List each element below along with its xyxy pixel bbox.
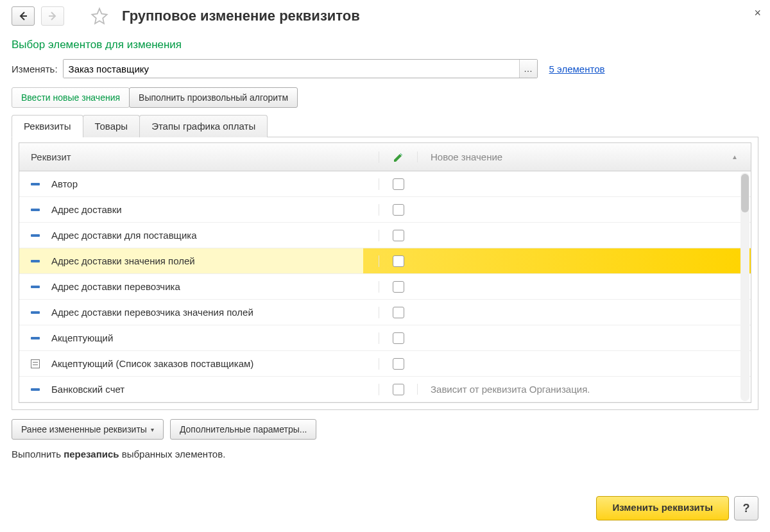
- footer-suffix: выбранных элементов.: [119, 449, 226, 459]
- table-row[interactable]: Адрес доставки: [19, 197, 751, 223]
- table-row[interactable]: Акцептующий: [19, 325, 751, 351]
- apply-button[interactable]: Изменить реквизиты: [596, 496, 729, 520]
- table-row[interactable]: Адрес доставки перевозчика: [19, 274, 751, 300]
- list-icon: [31, 359, 40, 368]
- row-checkbox[interactable]: [393, 281, 404, 293]
- elements-count-link[interactable]: 5 элементов: [549, 64, 605, 74]
- tab-requisites[interactable]: Реквизиты: [12, 115, 83, 137]
- row-label: Адрес доставки перевозчика: [51, 281, 180, 292]
- extra-params-button[interactable]: Дополнительные параметры...: [170, 419, 317, 440]
- footer-text: Выполнить перезапись выбранных элементов…: [12, 449, 758, 459]
- row-checkbox[interactable]: [393, 204, 404, 216]
- row-checkbox[interactable]: [393, 307, 404, 318]
- mode-run-algorithm-button[interactable]: Выполнить произвольный алгоритм: [129, 87, 298, 108]
- col-header-edit-icon[interactable]: [379, 151, 417, 163]
- attribute-icon: [31, 337, 40, 339]
- nav-back-button[interactable]: [12, 6, 35, 26]
- col-header-requisite-label: Реквизит: [31, 151, 71, 162]
- row-checkbox[interactable]: [393, 255, 404, 267]
- change-type-input[interactable]: [64, 60, 519, 78]
- row-label: Автор: [51, 178, 78, 189]
- change-label: Изменять:: [12, 64, 58, 74]
- row-checkbox[interactable]: [393, 332, 404, 344]
- requisites-grid: Реквизит Новое значение ▲ АвторАдрес дос…: [19, 142, 751, 403]
- close-icon[interactable]: ×: [754, 6, 761, 20]
- grid-scrollbar[interactable]: ▲: [740, 173, 749, 401]
- table-row[interactable]: Банковский счетЗависит от реквизита Орга…: [19, 377, 751, 402]
- row-checkbox[interactable]: [393, 384, 404, 395]
- footer-prefix: Выполнить: [12, 449, 64, 459]
- row-value[interactable]: Зависит от реквизита Организация.: [417, 384, 751, 395]
- attribute-icon: [31, 388, 40, 391]
- attribute-icon: [31, 183, 40, 185]
- table-row[interactable]: Адрес доставки для поставщика: [19, 223, 751, 248]
- row-label: Адрес доставки значения полей: [51, 255, 195, 266]
- col-header-requisite[interactable]: Реквизит: [19, 151, 379, 162]
- table-row[interactable]: Автор: [19, 171, 751, 197]
- sort-asc-icon: ▲: [732, 153, 738, 160]
- section-heading: Выбор элементов для изменения: [12, 39, 758, 51]
- page-title: Групповое изменение реквизитов: [122, 8, 360, 24]
- table-row[interactable]: Акцептующий (Список заказов поставщикам): [19, 351, 751, 377]
- row-label: Адрес доставки перевозчика значения поле…: [51, 307, 253, 318]
- previously-changed-button[interactable]: Ранее измененные реквизиты ▾: [12, 419, 164, 440]
- row-label: Адрес доставки: [51, 204, 122, 215]
- row-checkbox[interactable]: [393, 178, 404, 190]
- attribute-icon: [31, 260, 40, 262]
- change-type-select-button[interactable]: …: [519, 60, 537, 78]
- row-label: Банковский счет: [51, 384, 124, 395]
- table-row[interactable]: Адрес доставки значения полей: [19, 248, 751, 274]
- attribute-icon: [31, 311, 40, 314]
- attribute-icon: [31, 209, 40, 211]
- attribute-icon: [31, 286, 40, 288]
- row-label: Акцептующий: [51, 332, 113, 343]
- nav-forward-button: [41, 6, 64, 26]
- help-button[interactable]: ?: [734, 496, 758, 520]
- row-checkbox[interactable]: [393, 230, 404, 241]
- row-label: Адрес доставки для поставщика: [51, 230, 197, 241]
- mode-enter-values-button[interactable]: Ввести новые значения: [12, 87, 130, 108]
- row-checkbox[interactable]: [393, 358, 404, 370]
- tab-goods[interactable]: Товары: [83, 115, 141, 137]
- scroll-thumb[interactable]: [741, 174, 749, 212]
- col-header-value[interactable]: Новое значение ▲: [417, 151, 751, 162]
- previously-changed-label: Ранее измененные реквизиты: [21, 424, 147, 434]
- footer-bold: перезапись: [64, 449, 119, 459]
- tab-payment-stages[interactable]: Этапы графика оплаты: [139, 115, 268, 137]
- favorite-star-icon[interactable]: [90, 6, 109, 26]
- table-row[interactable]: Адрес доставки перевозчика значения поле…: [19, 300, 751, 325]
- chevron-down-icon: ▾: [151, 426, 154, 433]
- row-label: Акцептующий (Список заказов поставщикам): [51, 358, 253, 369]
- col-header-value-label: Новое значение: [431, 151, 502, 162]
- attribute-icon: [31, 234, 40, 237]
